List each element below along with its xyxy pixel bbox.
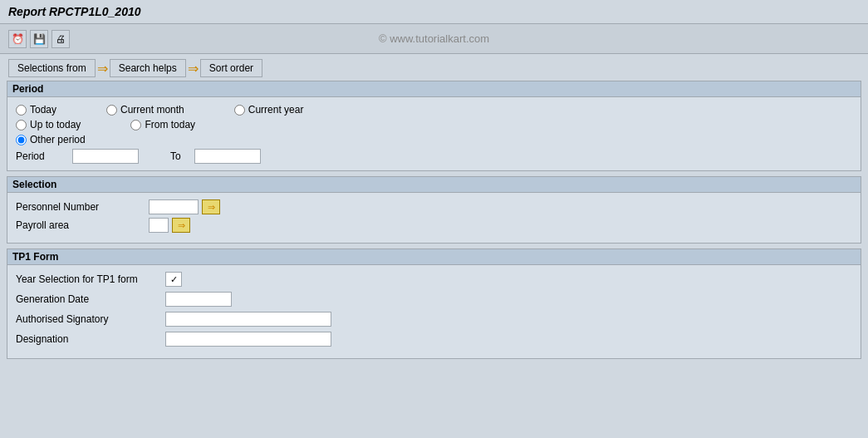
tp1-section-body: Year Selection for TP1 form ✓ Generation… [7, 265, 861, 358]
clock-icon[interactable]: ⏰ [8, 30, 27, 48]
tab-arrow-2: ⇒ [188, 61, 199, 76]
payroll-area-label: Payroll area [16, 219, 149, 231]
save-icon[interactable]: 💾 [30, 30, 48, 48]
watermark: © www.tutorialkart.com [379, 32, 489, 45]
personnel-number-select-btn[interactable]: ⇒ [202, 199, 220, 214]
toolbar-icons: ⏰ 💾 🖨 [8, 30, 70, 48]
radio-current-month-item: Current month [106, 104, 184, 116]
selection-section: Selection Personnel Number ⇒ Payroll are… [7, 176, 861, 244]
period-section: Period Today Current month Current year [7, 81, 861, 171]
tab-arrow-1: ⇒ [97, 61, 108, 76]
authorised-signatory-row: Authorised Signatory [16, 312, 852, 327]
period-to-label: To [170, 150, 181, 162]
tab-bar: Selections from ⇒ Search helps ⇒ Sort or… [0, 54, 868, 77]
period-field-label: Period [16, 150, 66, 162]
period-input-row: Period To [16, 149, 852, 164]
tp1-section: TP1 Form Year Selection for TP1 form ✓ G… [7, 249, 861, 359]
radio-from-today-item: From today [130, 119, 195, 130]
print-icon[interactable]: 🖨 [51, 30, 70, 48]
radio-today-item: Today [16, 104, 56, 116]
radio-from-today-label: From today [145, 119, 195, 130]
radio-other-period[interactable] [16, 135, 27, 145]
generation-date-label: Generation Date [16, 293, 165, 305]
year-selection-row: Year Selection for TP1 form ✓ [16, 272, 852, 287]
radio-from-today[interactable] [130, 120, 141, 130]
radio-up-to-today-item: Up to today [16, 119, 81, 130]
payroll-area-row: Payroll area ⇒ [16, 218, 852, 233]
personnel-number-row: Personnel Number ⇒ [16, 199, 852, 214]
radio-current-month[interactable] [106, 105, 117, 116]
generation-date-row: Generation Date [16, 292, 852, 307]
personnel-number-label: Personnel Number [16, 201, 149, 213]
personnel-number-input[interactable] [149, 199, 199, 214]
selection-section-body: Personnel Number ⇒ Payroll area ⇒ [7, 193, 861, 243]
selection-section-header: Selection [7, 177, 861, 193]
toolbar: ⏰ 💾 🖨 © www.tutorialkart.com [0, 24, 868, 54]
period-radio-row-3: Other period [16, 134, 852, 145]
designation-row: Designation [16, 332, 852, 347]
radio-current-year[interactable] [234, 105, 245, 116]
radio-today-label: Today [30, 104, 56, 116]
tab-search-helps[interactable]: Search helps [110, 59, 186, 77]
tab-selections-from-label: Selections from [17, 62, 86, 74]
authorised-signatory-input[interactable] [165, 312, 331, 327]
period-section-header: Period [7, 81, 861, 97]
tab-selections-from[interactable]: Selections from [8, 59, 96, 77]
designation-label: Designation [16, 333, 165, 345]
radio-other-period-label: Other period [30, 134, 86, 145]
period-from-input[interactable] [72, 149, 139, 164]
radio-today[interactable] [16, 105, 27, 116]
radio-current-year-item: Current year [234, 104, 304, 116]
authorised-signatory-label: Authorised Signatory [16, 313, 165, 325]
tab-sort-order[interactable]: Sort order [200, 59, 262, 77]
radio-current-year-label: Current year [248, 104, 304, 116]
radio-up-to-today-label: Up to today [30, 119, 81, 130]
tab-search-helps-label: Search helps [119, 62, 177, 74]
designation-input[interactable] [165, 332, 331, 347]
report-title: Report RPCTP1L0_2010 [8, 5, 141, 18]
radio-current-month-label: Current month [120, 104, 184, 116]
title-bar: Report RPCTP1L0_2010 [0, 0, 868, 24]
radio-other-period-item: Other period [16, 134, 86, 145]
period-to-input[interactable] [194, 149, 261, 164]
tab-sort-order-label: Sort order [209, 62, 253, 74]
year-selection-checkbox[interactable]: ✓ [165, 272, 182, 287]
payroll-area-select-btn[interactable]: ⇒ [172, 218, 190, 233]
payroll-area-input[interactable] [149, 218, 169, 233]
generation-date-input[interactable] [165, 292, 232, 307]
year-selection-label: Year Selection for TP1 form [16, 273, 165, 285]
radio-up-to-today[interactable] [16, 120, 27, 130]
period-section-body: Today Current month Current year Up to t… [7, 97, 861, 170]
main-content: Period Today Current month Current year [0, 77, 868, 367]
period-radio-row-1: Today Current month Current year [16, 104, 852, 116]
tp1-section-header: TP1 Form [7, 249, 861, 265]
period-radio-row-2: Up to today From today [16, 119, 852, 130]
